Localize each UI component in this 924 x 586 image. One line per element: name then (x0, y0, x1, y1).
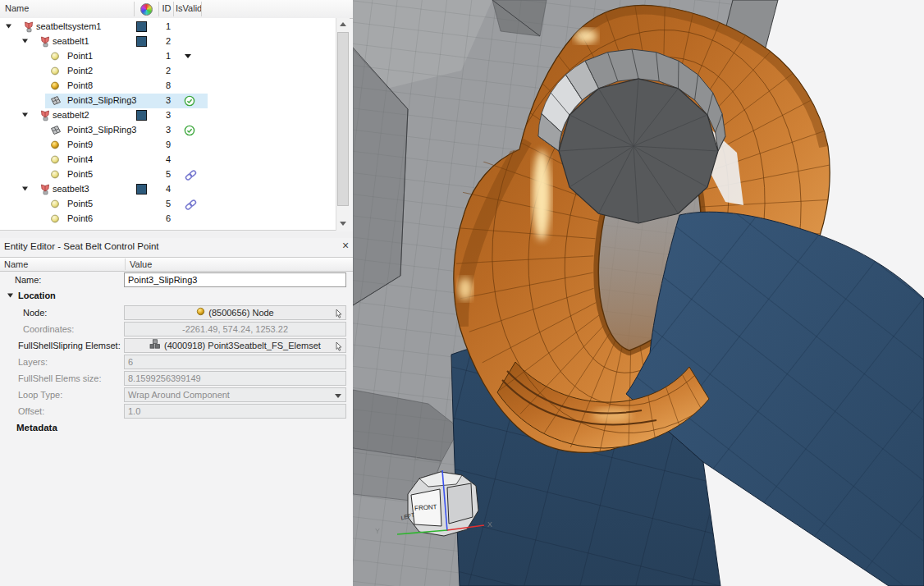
tree-expander-icon[interactable] (5, 21, 13, 31)
component-color-swatch[interactable] (136, 110, 147, 121)
point-gold-icon (50, 140, 60, 151)
isvalid-dropdown-icon[interactable] (184, 51, 192, 61)
column-divider (125, 259, 126, 270)
field-label: Node: (23, 308, 47, 318)
tree-item-id: 5 (151, 199, 171, 208)
tree-scrollbar[interactable] (336, 18, 350, 231)
entity-editor-titlebar: Entity Editor - Seat Belt Control Point … (0, 238, 353, 255)
tree-row[interactable]: Point11 (0, 49, 336, 64)
field-label: Loop Type: (18, 390, 62, 400)
color-wheel-icon[interactable] (140, 3, 153, 16)
editor-col-name: Name (4, 259, 28, 269)
tree-item-label[interactable]: seatbelt2 (53, 110, 89, 120)
seatbelt-icon (39, 110, 51, 123)
link-icon[interactable] (184, 169, 198, 183)
collapse-arrow-icon[interactable] (7, 291, 14, 300)
point-pale-icon (50, 51, 60, 62)
editor-row: Offset:1.0 (0, 404, 353, 420)
tree-item-label[interactable]: Point9 (67, 140, 93, 149)
point-gold-icon (50, 80, 60, 92)
seatbelt-icon (39, 184, 51, 197)
seatbelt-icon (23, 21, 34, 34)
scroll-down-arrow-icon[interactable] (336, 217, 350, 231)
component-color-swatch[interactable] (136, 21, 147, 32)
point-pale-icon (50, 154, 60, 166)
slipring-icon (50, 95, 62, 108)
picker-value[interactable]: (4000918) Point3Seatbelt_FS_Elemset (164, 339, 321, 352)
tree-row[interactable]: Point3_SlipRing33 (0, 123, 336, 138)
tree-item-label[interactable]: Point2 (67, 66, 93, 76)
tree-item-id: 4 (151, 154, 171, 164)
scrollbar-thumb[interactable] (337, 32, 349, 206)
entity-editor-fields: Name:LocationNode:(8500656) NodeCoordina… (0, 272, 353, 438)
tree-expander-icon[interactable] (21, 184, 30, 194)
loop-type-select[interactable]: Wrap Around Component (124, 387, 346, 402)
editor-col-value: Value (130, 259, 152, 269)
readonly-value-field: 8.1599256399149 (124, 371, 346, 386)
tree-item-label[interactable]: seatbelt3 (53, 184, 89, 194)
component-color-swatch[interactable] (136, 36, 147, 47)
tree-item-label[interactable]: Point3_SlipRing3 (67, 95, 136, 105)
tree-row[interactable]: Point22 (0, 64, 336, 79)
tree-col-id[interactable]: ID (159, 3, 174, 13)
tree-row[interactable]: Point66 (0, 212, 336, 227)
scroll-up-arrow-icon[interactable] (336, 18, 350, 31)
tree-col-isvalid[interactable]: IsValid (176, 3, 202, 13)
tree-item-label[interactable]: Point8 (67, 80, 93, 90)
field-label: Name: (15, 275, 41, 285)
tree-item-id: 2 (151, 36, 171, 46)
editor-row: Location (0, 289, 353, 305)
seatbelt-icon (39, 36, 51, 49)
tree-item-label[interactable]: Point1 (67, 51, 93, 61)
tree-item-label[interactable]: Point3_SlipRing3 (67, 125, 136, 135)
point-pale-icon (50, 199, 60, 210)
tree-row[interactable]: seatbelt23 (0, 108, 336, 123)
tree-item-id: 5 (151, 169, 171, 179)
close-icon[interactable]: × (339, 239, 352, 254)
valid-check-icon[interactable] (184, 95, 195, 108)
entity-picker-field[interactable]: (4000918) Point3Seatbelt_FS_Elemset (124, 338, 346, 353)
tree-row[interactable]: Point55 (0, 197, 336, 212)
tree-row[interactable]: seatbeltsystem11 (0, 20, 336, 34)
tree-item-label[interactable]: seatbeltsystem1 (36, 21, 101, 31)
column-divider (134, 2, 135, 16)
component-color-swatch[interactable] (136, 184, 147, 195)
tree-row[interactable]: Point3_SlipRing33 (0, 94, 336, 108)
tree-col-name[interactable]: Name (5, 3, 29, 13)
point-pale-icon (50, 169, 60, 181)
tree-item-id: 3 (151, 95, 171, 105)
tree-item-label[interactable]: Point6 (67, 213, 93, 223)
tree-row[interactable]: seatbelt34 (0, 182, 336, 197)
graphics-viewport[interactable]: FRONT LEFT Z Y X (353, 0, 924, 586)
valid-check-icon[interactable] (184, 125, 195, 138)
tree-row[interactable]: Point99 (0, 138, 336, 153)
tree-row[interactable]: Point44 (0, 153, 336, 167)
tree-item-id: 3 (151, 125, 171, 135)
pointer-icon[interactable] (335, 341, 343, 355)
tree-item-id: 2 (151, 66, 171, 76)
link-icon[interactable] (184, 199, 198, 213)
entity-picker-field[interactable]: (8500656) Node (124, 305, 346, 320)
editor-row: Metadata (0, 420, 353, 438)
tree-item-label[interactable]: Point4 (67, 154, 93, 164)
tree-row[interactable]: Point88 (0, 79, 336, 94)
tree-expander-icon[interactable] (21, 36, 30, 46)
tree-item-label[interactable]: Point5 (67, 199, 93, 208)
section-header[interactable]: Location (7, 291, 56, 300)
chevron-down-icon[interactable] (335, 394, 341, 398)
application-window: Name ID IsValid seatbeltsystem11seatbelt… (0, 0, 924, 586)
section-header[interactable]: Metadata (16, 423, 57, 433)
picker-value[interactable]: (8500656) Node (208, 306, 274, 319)
tree-item-label[interactable]: seatbelt1 (53, 36, 89, 46)
selected-option[interactable]: Wrap Around Component (128, 390, 230, 400)
tree-row[interactable]: seatbelt12 (0, 34, 336, 49)
tree-row[interactable]: Point55 (0, 167, 336, 182)
pointer-icon[interactable] (335, 309, 343, 322)
name-input[interactable] (124, 272, 346, 287)
cube-front-label[interactable]: FRONT (414, 503, 437, 512)
left-panel: Name ID IsValid seatbeltsystem11seatbelt… (0, 0, 354, 586)
tree-item-label[interactable]: Point5 (67, 169, 93, 179)
tree-expander-icon[interactable] (21, 110, 30, 120)
slipring-icon (50, 125, 62, 138)
seatbelt-tree: seatbeltsystem11seatbelt12Point11Point22… (0, 18, 336, 231)
